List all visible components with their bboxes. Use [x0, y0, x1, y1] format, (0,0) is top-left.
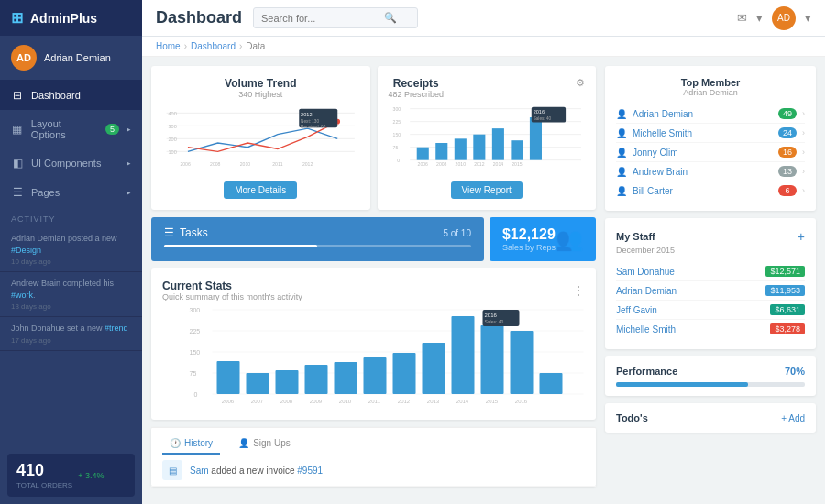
breadcrumb-sep: ›: [239, 41, 242, 51]
activity-link[interactable]: #work: [11, 290, 33, 300]
svg-text:300: 300: [190, 307, 201, 313]
sidebar-item-ui-components[interactable]: ◧ UI Components ▸: [0, 148, 142, 178]
receipts-subtitle: 482 Prescribed: [389, 90, 445, 99]
staff-amount: $12,571: [765, 266, 805, 277]
search-input[interactable]: [261, 13, 380, 24]
top-member-card: Top Member Adrian Demian 👤 Adrian Demian…: [605, 66, 816, 211]
more-details-button[interactable]: More Details: [224, 181, 297, 199]
sidebar-nav: ⊟ Dashboard ▦ Layout Options 5 ▸ ◧ UI Co…: [0, 81, 142, 446]
member-item[interactable]: 👤 Adrian Demian 49 ›: [616, 104, 805, 124]
breadcrumb-home[interactable]: Home: [156, 41, 181, 51]
member-item[interactable]: 👤 Jonny Clim 16 ›: [616, 143, 805, 162]
tasks-label: Tasks: [180, 226, 208, 239]
arrow-icon: ▸: [126, 159, 131, 168]
history-invoice-link[interactable]: #9591: [297, 466, 323, 476]
svg-text:300: 300: [392, 106, 401, 112]
view-report-button[interactable]: View Report: [451, 181, 522, 199]
svg-rect-61: [423, 343, 446, 394]
activity-link[interactable]: #Design: [11, 246, 41, 255]
mail-icon[interactable]: ✉: [737, 11, 747, 25]
more-options-icon[interactable]: ⋮: [572, 283, 585, 298]
svg-text:2010: 2010: [455, 161, 466, 167]
tab-history[interactable]: 🕐 History: [162, 433, 220, 455]
top-member-title: Top Member: [616, 77, 805, 88]
staff-name: Adrian Demian: [616, 286, 676, 296]
member-item[interactable]: 👤 Andrew Brain 13 ›: [616, 162, 805, 181]
svg-rect-30: [454, 138, 466, 159]
staff-amount: $6,631: [770, 304, 805, 315]
history-user-link[interactable]: Sam: [190, 466, 209, 476]
member-name: Bill Carter: [632, 186, 773, 196]
svg-rect-62: [452, 316, 475, 394]
todos-add-button[interactable]: + Add: [781, 413, 805, 423]
svg-text:2015: 2015: [486, 399, 499, 404]
gear-icon[interactable]: ⚙: [576, 77, 585, 89]
member-item[interactable]: 👤 Michelle Smith 24 ›: [616, 124, 805, 143]
line-chart-svg: 400 300 200 100 2012: [162, 104, 359, 169]
breadcrumb: Home › Dashboard › Data: [142, 37, 825, 57]
header: Dashboard 🔍 ✉ ▾ AD ▾: [142, 0, 825, 37]
history-card: 🕐 History 👤 Sign Ups ▤ Sam added a new i…: [151, 427, 596, 487]
tasks-header: ☰ Tasks 5 of 10: [164, 226, 471, 239]
volume-trend-card: Volume Trend 340 Highest 400 300 2: [151, 66, 370, 210]
staff-item: Sam Donahue $12,571: [616, 262, 805, 281]
activity-item-3: John Donahue set a new #trend 17 days ag…: [0, 317, 142, 351]
tasks-count: 5 of 10: [443, 228, 471, 238]
svg-text:2008: 2008: [436, 161, 447, 167]
header-icons: ✉ ▾ AD ▾: [737, 6, 811, 30]
svg-text:2012: 2012: [302, 161, 314, 167]
svg-text:2016: 2016: [515, 399, 528, 404]
stats-title: Current Stats: [162, 279, 302, 292]
avatar: AD: [11, 45, 37, 71]
pages-icon: ☰: [11, 186, 24, 199]
svg-text:2012: 2012: [398, 399, 411, 404]
sidebar-username: Adrian Demian: [44, 52, 111, 63]
sidebar-item-dashboard[interactable]: ⊟ Dashboard: [0, 81, 142, 110]
member-score: 13: [778, 166, 797, 177]
header-avatar[interactable]: AD: [772, 6, 796, 30]
staff-name: Michelle Smith: [616, 324, 676, 334]
brand-name: AdminPlus: [30, 11, 97, 26]
tasks-progress-bar: [164, 245, 471, 247]
sidebar: ⊞ AdminPlus AD Adrian Demian ⊟ Dashboard…: [0, 0, 142, 504]
person-icon: 👤: [616, 167, 627, 177]
sales-label: Sales by Reps: [502, 243, 556, 252]
sales-widget: $12,129 Sales by Reps 👥: [490, 217, 596, 261]
svg-text:225: 225: [392, 119, 401, 125]
staff-header: My Staff +: [616, 229, 805, 244]
orders-widget: 410 TOTAL ORDERS + 3.4%: [7, 454, 135, 497]
member-score: 49: [778, 108, 797, 119]
tab-signups-label: Sign Ups: [253, 438, 291, 448]
arrow-icon: ▸: [126, 125, 131, 134]
staff-add-button[interactable]: +: [798, 229, 805, 244]
staff-item: Adrian Demian $11,953: [616, 281, 805, 301]
breadcrumb-dashboard[interactable]: Dashboard: [191, 41, 236, 51]
member-score: 6: [778, 185, 797, 196]
activity-link[interactable]: #trend: [104, 323, 128, 333]
sidebar-item-label: UI Components: [31, 158, 101, 169]
receipts-header: Receipts 482 Prescribed ⚙: [389, 77, 586, 104]
person-icon: 👤: [616, 109, 627, 119]
chevron-right-icon: ›: [802, 109, 805, 118]
volume-trend-chart: 400 300 200 100 2012: [162, 104, 359, 178]
tasks-row: ☰ Tasks 5 of 10 $12,129 Sales by Reps: [151, 217, 596, 261]
sidebar-item-pages[interactable]: ☰ Pages ▸: [0, 178, 142, 207]
sidebar-item-layout-options[interactable]: ▦ Layout Options 5 ▸: [0, 110, 142, 148]
svg-text:0: 0: [194, 391, 198, 398]
dropdown-arrow-icon[interactable]: ▾: [756, 11, 763, 25]
user-dropdown-icon[interactable]: ▾: [805, 11, 811, 25]
activity-time: 13 days ago: [11, 302, 131, 311]
svg-rect-56: [276, 370, 299, 394]
svg-text:2011: 2011: [272, 161, 283, 167]
svg-rect-55: [247, 373, 270, 394]
svg-rect-57: [305, 365, 328, 394]
member-item[interactable]: 👤 Bill Carter 6 ›: [616, 181, 805, 200]
svg-text:2013: 2013: [427, 399, 440, 404]
staff-item: Michelle Smith $3,278: [616, 320, 805, 338]
arrow-icon: ▸: [126, 188, 131, 197]
breadcrumb-sep: ›: [184, 41, 187, 51]
tab-signups[interactable]: 👤 Sign Ups: [231, 433, 298, 455]
sales-amount: $12,129: [502, 226, 556, 243]
svg-text:300: 300: [168, 124, 176, 129]
activity-text: Adrian Demian posted a new #Design: [11, 233, 131, 256]
